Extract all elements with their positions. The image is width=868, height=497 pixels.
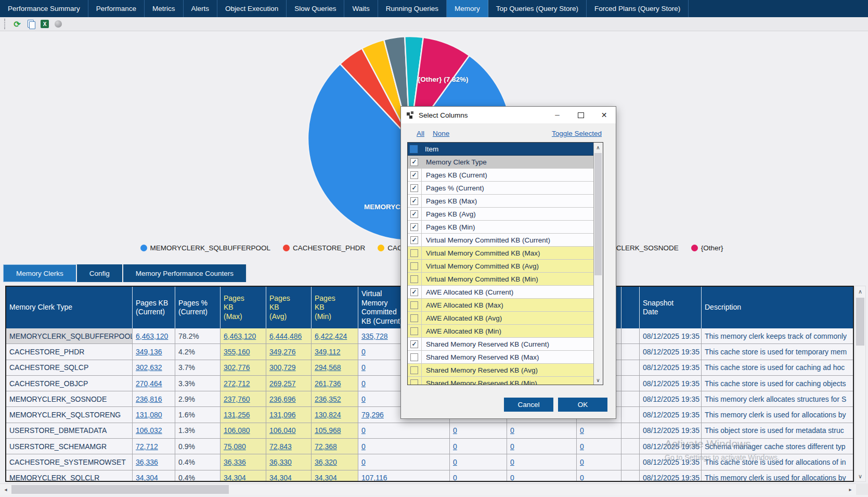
checkbox-shared-memory-reserved-kb-avg[interactable]: [410, 366, 418, 374]
export-excel-icon[interactable]: X: [41, 20, 49, 28]
cell-name-row9[interactable]: CACHESTORE_SYSTEMROWSET: [6, 454, 133, 469]
value-link[interactable]: 0: [361, 379, 366, 388]
value-link[interactable]: 272,712: [224, 379, 250, 388]
scroll-up-icon[interactable]: ∧: [855, 286, 865, 297]
column-option-shared-memory-reserved-kb-max[interactable]: Shared Memory Reserved KB (Max): [408, 351, 593, 364]
value-link[interactable]: 0: [361, 348, 366, 356]
checkbox-virtual-memory-committed-kb-max[interactable]: [410, 249, 418, 257]
column-header-pages-kb-max[interactable]: Pages KB (Max): [221, 287, 266, 328]
column-header-pages-kb-min[interactable]: Pages KB (Min): [312, 287, 358, 328]
value-link[interactable]: 349,136: [136, 348, 162, 356]
cell-name-row4[interactable]: CACHESTORE_OBJCP: [6, 376, 133, 391]
value-link[interactable]: 106,080: [224, 426, 250, 435]
value-link[interactable]: 34,304: [224, 474, 246, 482]
nav-tab-running-queries[interactable]: Running Queries: [378, 0, 447, 17]
value-link[interactable]: 236,352: [315, 395, 341, 403]
checkbox-pages-kb-avg[interactable]: ✓: [410, 210, 418, 218]
list-scroll-thumb[interactable]: [594, 153, 602, 275]
nav-tab-waits[interactable]: Waits: [344, 0, 378, 17]
column-option-pages-kb-min[interactable]: ✓Pages KB (Min): [408, 221, 593, 234]
checkbox-pages-kb-current[interactable]: ✓: [410, 171, 418, 179]
value-link[interactable]: 0: [453, 426, 457, 435]
cell-name-row6[interactable]: MEMORYCLERK_SQLSTORENG: [6, 407, 133, 422]
panel-tab-memory-performance-counters[interactable]: Memory Performance Counters: [123, 264, 247, 282]
checkbox-awe-allocated-kb-min[interactable]: [410, 327, 418, 335]
ok-button[interactable]: OK: [558, 398, 607, 412]
value-link[interactable]: 236,696: [269, 395, 296, 403]
value-link[interactable]: 34,304: [136, 474, 158, 482]
value-link[interactable]: 0: [453, 458, 457, 466]
column-option-awe-allocated-kb-current[interactable]: ✓AWE Allocated KB (Current): [408, 286, 593, 299]
value-link[interactable]: 335,728: [361, 332, 388, 340]
nav-tab-object-execution[interactable]: Object Execution: [217, 0, 287, 17]
column-option-awe-allocated-kb-max[interactable]: AWE Allocated KB (Max): [408, 299, 593, 312]
nav-tab-alerts[interactable]: Alerts: [184, 0, 218, 17]
dialog-titlebar[interactable]: Select Columns ─ ✕: [401, 107, 616, 123]
cell-name-row3[interactable]: CACHESTORE_SQLCP: [6, 360, 133, 375]
cell-name-row7[interactable]: USERSTORE_DBMETADATA: [6, 423, 133, 438]
checkbox-awe-allocated-kb-avg[interactable]: [410, 314, 418, 322]
toggle-selected-link[interactable]: Toggle Selected: [552, 130, 602, 137]
value-link[interactable]: 270,464: [136, 379, 162, 388]
select-all-checkbox[interactable]: [409, 145, 418, 154]
cell-name-row5[interactable]: MEMORYCLERK_SOSNODE: [6, 391, 133, 406]
checkbox-shared-memory-reserved-kb-current[interactable]: ✓: [410, 340, 418, 348]
value-link[interactable]: 302,632: [136, 363, 162, 372]
columns-list-scrollbar[interactable]: ∧ ∨: [593, 143, 603, 385]
nav-tab-performance-summary[interactable]: Performance Summary: [0, 0, 88, 17]
horizontal-scroll-thumb[interactable]: [11, 485, 229, 494]
value-link[interactable]: 269,257: [269, 379, 296, 388]
panel-tab-config[interactable]: Config: [77, 264, 123, 282]
column-header-pages-kb-avg[interactable]: Pages KB (Avg): [266, 287, 312, 328]
column-option-virtual-memory-committed-kb-current[interactable]: ✓Virtual Memory Committed KB (Current): [408, 234, 593, 247]
value-link[interactable]: 236,816: [136, 395, 162, 403]
scroll-left-icon[interactable]: ◂: [0, 484, 11, 495]
column-header-snapshot-date[interactable]: Snapshot Date: [640, 287, 702, 328]
value-link[interactable]: 130,824: [315, 411, 341, 419]
refresh-icon[interactable]: ⟳: [12, 19, 22, 29]
value-link[interactable]: 302,776: [224, 363, 250, 372]
table-vertical-scrollbar[interactable]: ∧ ∨: [854, 286, 866, 482]
value-link[interactable]: 355,160: [224, 348, 250, 356]
value-link[interactable]: 349,112: [315, 348, 341, 356]
value-link[interactable]: 75,080: [224, 442, 246, 451]
value-link[interactable]: 6,422,424: [315, 332, 347, 340]
value-link[interactable]: 6,463,120: [224, 332, 256, 340]
value-link[interactable]: 349,276: [269, 348, 296, 356]
value-link[interactable]: 0: [361, 442, 366, 451]
checkbox-pages-current[interactable]: ✓: [410, 184, 418, 192]
value-link[interactable]: 300,729: [269, 363, 296, 372]
value-link[interactable]: 0: [361, 395, 366, 403]
value-link[interactable]: 0: [580, 426, 584, 435]
scroll-right-icon[interactable]: ▸: [845, 484, 856, 495]
column-option-shared-memory-reserved-kb-min[interactable]: Shared Memory Reserved KB (Min): [408, 377, 593, 385]
column-option-virtual-memory-committed-kb-max[interactable]: Virtual Memory Committed KB (Max): [408, 247, 593, 260]
column-header-memory-clerk-type[interactable]: Memory Clerk Type: [6, 287, 133, 328]
column-option-pages-kb-avg[interactable]: ✓Pages KB (Avg): [408, 208, 593, 221]
panel-tab-memory-clerks[interactable]: Memory Clerks: [3, 264, 77, 282]
column-header-pages-kb-current[interactable]: Pages KB (Current): [133, 287, 175, 328]
nav-tab-slow-queries[interactable]: Slow Queries: [287, 0, 344, 17]
value-link[interactable]: 0: [580, 442, 584, 451]
value-link[interactable]: 36,336: [136, 458, 158, 466]
nav-tab-performance[interactable]: Performance: [88, 0, 145, 17]
table-horizontal-scrollbar[interactable]: ◂ ▸: [0, 483, 856, 495]
value-link[interactable]: 105,968: [315, 426, 341, 435]
column-option-shared-memory-reserved-kb-current[interactable]: ✓Shared Memory Reserved KB (Current): [408, 338, 593, 351]
value-link[interactable]: 107,116: [361, 474, 387, 482]
cancel-button[interactable]: Cancel: [504, 398, 553, 412]
vertical-scroll-thumb[interactable]: [856, 298, 864, 346]
checkbox-memory-clerk-type[interactable]: ✓: [410, 158, 418, 166]
checkbox-pages-kb-min[interactable]: ✓: [410, 223, 418, 231]
column-option-awe-allocated-kb-avg[interactable]: AWE Allocated KB (Avg): [408, 312, 593, 325]
column-option-virtual-memory-committed-kb-min[interactable]: Virtual Memory Committed KB (Min): [408, 273, 593, 286]
value-link[interactable]: 6,444,486: [269, 332, 302, 340]
checkbox-virtual-memory-committed-kb-avg[interactable]: [410, 262, 418, 270]
checkbox-shared-memory-reserved-kb-min[interactable]: [410, 379, 418, 385]
value-link[interactable]: 0: [361, 426, 366, 435]
cell-name-row8[interactable]: USERSTORE_SCHEMAMGR: [6, 439, 133, 454]
value-link[interactable]: 0: [453, 474, 457, 482]
column-option-awe-allocated-kb-min[interactable]: AWE Allocated KB (Min): [408, 325, 593, 338]
column-option-shared-memory-reserved-kb-avg[interactable]: Shared Memory Reserved KB (Avg): [408, 364, 593, 377]
column-option-pages-current[interactable]: ✓Pages % (Current): [408, 182, 593, 195]
